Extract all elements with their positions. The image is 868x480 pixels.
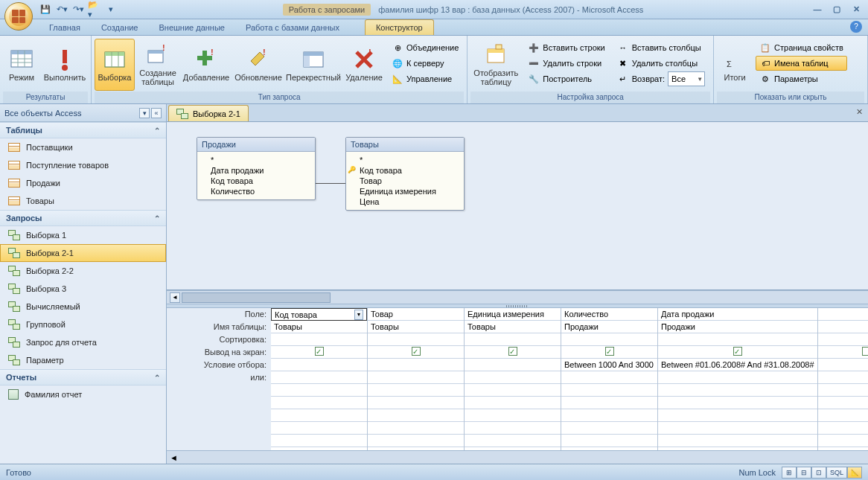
nav-item[interactable]: Выборка 2-1 bbox=[0, 244, 166, 262]
view-chart-icon[interactable]: ⊡ bbox=[811, 467, 826, 479]
table-cell[interactable]: Продажи bbox=[561, 321, 657, 333]
union-button[interactable]: ⊕Объединение bbox=[388, 40, 462, 55]
nav-item[interactable]: Товары bbox=[0, 192, 166, 210]
grid-cell[interactable] bbox=[561, 384, 657, 397]
property-sheet-button[interactable]: 📋Страница свойств bbox=[756, 40, 847, 55]
insert-cols-button[interactable]: ↔Вставить столбцы bbox=[613, 40, 709, 55]
document-tab[interactable]: Выборка 2-1 bbox=[168, 105, 249, 121]
grid-cell[interactable] bbox=[368, 384, 464, 397]
delete-button[interactable]: ! Удаление bbox=[343, 39, 385, 91]
parameters-button[interactable]: ⚙Параметры bbox=[756, 71, 847, 86]
field-item[interactable]: Товар bbox=[351, 176, 459, 186]
table-names-button[interactable]: 🏷Имена таблиц bbox=[756, 56, 847, 71]
passthrough-button[interactable]: 🌐К серверу bbox=[388, 56, 462, 71]
minimize-button[interactable]: — bbox=[808, 4, 826, 16]
sort-cell[interactable] bbox=[465, 333, 561, 346]
grid-hscroll[interactable]: ◄ bbox=[167, 450, 868, 464]
criteria-cell[interactable] bbox=[368, 359, 464, 371]
grid-cell[interactable] bbox=[561, 422, 657, 435]
or-cell[interactable] bbox=[271, 371, 367, 384]
grid-cell[interactable] bbox=[561, 397, 657, 409]
or-cell[interactable] bbox=[561, 371, 657, 384]
field-item[interactable]: Дата продажи bbox=[202, 165, 310, 176]
office-button[interactable] bbox=[4, 2, 33, 31]
table-cell[interactable]: Товары bbox=[368, 321, 464, 333]
qbe-grid[interactable]: Поле:Имя таблицы:Сортировка:Вывод на экр… bbox=[167, 308, 868, 464]
grid-cell[interactable] bbox=[658, 435, 817, 447]
nav-item[interactable]: Вычисляемый bbox=[0, 298, 166, 316]
field-cell[interactable]: Товар bbox=[368, 308, 464, 321]
totals-button[interactable]: Σ Итоги bbox=[717, 39, 753, 91]
doc-close-button[interactable]: ✕ bbox=[853, 107, 865, 119]
nav-item[interactable]: Выборка 1 bbox=[0, 226, 166, 244]
or-cell[interactable] bbox=[465, 371, 561, 384]
grid-cell[interactable] bbox=[658, 397, 817, 409]
criteria-cell[interactable] bbox=[271, 359, 367, 371]
view-design-icon[interactable]: 📐 bbox=[847, 467, 862, 479]
field-item[interactable]: Код товара bbox=[351, 165, 459, 176]
or-cell[interactable] bbox=[658, 371, 817, 384]
grid-cell[interactable] bbox=[465, 435, 561, 447]
field-cell[interactable]: Дата продажи bbox=[658, 308, 817, 321]
field-cell[interactable]: Единица измерения bbox=[465, 308, 561, 321]
criteria-cell[interactable]: Between #01.06.2008# And #31.08.2008# bbox=[658, 359, 817, 371]
view-datasheet-icon[interactable]: ⊞ bbox=[782, 467, 797, 479]
nav-item[interactable]: Выборка 2-2 bbox=[0, 262, 166, 280]
sort-cell[interactable] bbox=[561, 333, 657, 346]
qat-undo-icon[interactable]: ↶▾ bbox=[55, 3, 68, 16]
table-box-header[interactable]: Товары bbox=[346, 138, 464, 152]
nav-item[interactable]: Параметр bbox=[0, 351, 166, 369]
grid-cell[interactable] bbox=[368, 397, 464, 409]
show-table-button[interactable]: Отобразитьтаблицу bbox=[470, 39, 521, 91]
grid-cell[interactable] bbox=[465, 409, 561, 422]
table-cell[interactable]: Товары bbox=[271, 321, 367, 333]
field-cell[interactable]: Количество bbox=[561, 308, 657, 321]
grid-cell[interactable] bbox=[271, 422, 367, 435]
nav-group-header[interactable]: Отчеты⌃ bbox=[0, 369, 166, 385]
nav-item[interactable]: Групповой bbox=[0, 316, 166, 333]
table-cell[interactable]: Товары bbox=[465, 321, 561, 333]
grid-cell[interactable] bbox=[818, 397, 868, 409]
grid-cell[interactable] bbox=[658, 384, 817, 397]
relationship-line[interactable] bbox=[314, 183, 347, 184]
grid-column[interactable]: Код товара▼Товары bbox=[271, 308, 368, 460]
close-button[interactable]: ✕ bbox=[847, 4, 865, 16]
nav-item[interactable]: Запрос для отчета bbox=[0, 333, 166, 351]
grid-cell[interactable] bbox=[561, 409, 657, 422]
field-cell[interactable] bbox=[818, 308, 868, 321]
view-sql-icon[interactable]: SQL bbox=[826, 467, 847, 479]
nav-group-header[interactable]: Запросы⌃ bbox=[0, 210, 166, 226]
grid-cell[interactable] bbox=[561, 435, 657, 447]
grid-cell[interactable] bbox=[271, 435, 367, 447]
field-item[interactable]: Количество bbox=[202, 186, 310, 196]
tab-external-data[interactable]: Внешние данные bbox=[149, 20, 235, 35]
nav-item[interactable]: Поставщики bbox=[0, 138, 166, 156]
grid-cell[interactable] bbox=[271, 397, 367, 409]
grid-column[interactable]: Единица измеренияТовары bbox=[465, 308, 561, 460]
qat-redo-icon[interactable]: ↷▾ bbox=[71, 3, 85, 16]
grid-cell[interactable] bbox=[818, 384, 868, 397]
grid-cell[interactable] bbox=[368, 409, 464, 422]
tab-design[interactable]: Конструктор bbox=[365, 19, 434, 35]
delete-cols-button[interactable]: ✖Удалить столбцы bbox=[613, 56, 709, 71]
help-icon[interactable]: ? bbox=[850, 21, 862, 33]
field-item[interactable]: * bbox=[202, 155, 310, 165]
nav-item[interactable]: Поступление товаров bbox=[0, 156, 166, 174]
sort-cell[interactable] bbox=[271, 333, 367, 346]
tab-create[interactable]: Создание bbox=[91, 20, 149, 35]
run-button[interactable]: Выполнить bbox=[42, 39, 88, 91]
query-design-surface[interactable]: Продажи*Дата продажиКод товараКоличество… bbox=[167, 122, 868, 290]
return-combo[interactable]: Все▼ bbox=[668, 71, 705, 86]
grid-cell[interactable] bbox=[271, 409, 367, 422]
show-checkbox[interactable] bbox=[368, 346, 464, 359]
maximize-button[interactable]: ▢ bbox=[828, 4, 846, 16]
or-cell[interactable] bbox=[818, 371, 868, 384]
sort-cell[interactable] bbox=[818, 333, 868, 346]
grid-column[interactable]: ТоварТовары bbox=[368, 308, 465, 460]
crosstab-button[interactable]: Перекрестный bbox=[285, 39, 342, 91]
or-cell[interactable] bbox=[368, 371, 464, 384]
table-box[interactable]: Товары*Код товараТоварЕдиница измеренияЦ… bbox=[345, 137, 465, 211]
select-query-button[interactable]: Выборка bbox=[95, 39, 135, 91]
criteria-cell[interactable]: Between 1000 And 3000 bbox=[561, 359, 657, 371]
design-hscroll[interactable]: ◄ bbox=[167, 290, 868, 304]
